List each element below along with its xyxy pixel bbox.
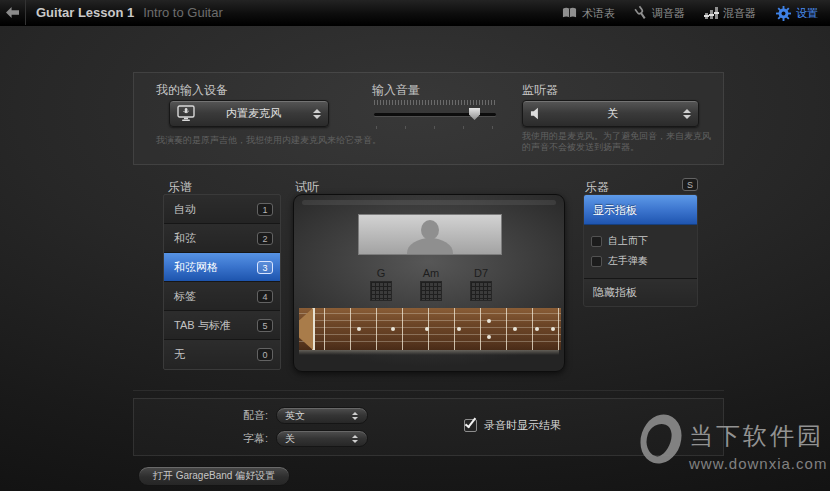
slider-subticks [376,126,498,129]
slider-thumb[interactable] [469,108,480,120]
subtitles-label: 字幕: [234,431,268,446]
mixer-icon [705,7,718,19]
mixer-label: 混音器 [723,6,756,21]
person-silhouette-icon [421,220,439,240]
key-badge: 4 [257,290,273,303]
back-button[interactable] [0,0,26,25]
item-label: 无 [174,347,185,362]
dropdown-arrows-icon [350,412,359,420]
garageband-lesson-settings-window: Guitar Lesson 1 Intro to Guitar 术语表 调音器 [0,0,830,491]
check-icon [465,416,476,429]
mixer-button[interactable]: 混音器 [705,6,756,21]
notation-item-chords[interactable]: 和弦 2 [164,224,280,253]
item-label: 和弦网格 [174,260,218,275]
notation-item-none[interactable]: 无 0 [164,340,280,369]
chord-grid-icon [420,281,442,301]
glossary-book-icon [562,7,577,19]
option-label: 左手弹奏 [608,254,648,268]
input-volume-label: 输入音量 [372,82,420,99]
record-results-checkbox[interactable] [464,419,477,432]
voiceover-dropdown[interactable]: 英文 [276,407,368,424]
titlebar: Guitar Lesson 1 Intro to Guitar 术语表 调音器 [0,0,830,26]
monitor-dropdown[interactable]: 关 [522,100,699,127]
glossary-label: 术语表 [582,6,615,21]
watermark-site-name: 当下软件园 [689,420,827,452]
toolbar: 术语表 调音器 混音器 [562,0,818,26]
input-device-help: 我演奏的是原声吉他，我想使用内建麦克风来给它录音。 [156,135,416,146]
notation-item-tab[interactable]: 标签 4 [164,282,280,311]
chord-name: D7 [464,267,498,279]
tuner-fork-icon [632,4,650,22]
watermark: 当下软件园 www.downxia.com [641,414,827,472]
back-arrow-icon [5,6,20,19]
key-badge: 0 [257,348,273,361]
notation-item-automatic[interactable]: 自动 1 [164,195,280,224]
option-label: 自上而下 [608,234,648,248]
monitor-label: 监听器 [522,82,558,99]
tuner-button[interactable]: 调音器 [635,6,685,21]
chord-display: D7 [464,267,498,301]
item-label: 自动 [174,202,196,217]
input-device-label: 我的输入设备 [156,82,228,99]
show-fretboard-button[interactable]: 显示指板 [584,195,697,225]
chord-name: Am [414,267,448,279]
instrument-panel: 显示指板 自上而下 左手弹奏 隐藏指板 [583,194,698,307]
open-garageband-preferences-button[interactable]: 打开 GarageBand 偏好设置 [138,466,290,486]
voiceover-label: 配音: [234,408,268,423]
chord-name: G [364,267,398,279]
item-label: 和弦 [174,231,196,246]
fretboard-options: 自上而下 左手弹奏 [584,225,697,279]
slider-ticks [374,100,496,105]
voiceover-value: 英文 [285,409,350,423]
dropdown-arrows-icon [312,109,321,119]
item-label: TAB 与标准 [174,318,231,333]
left-handed-checkbox[interactable] [591,256,602,267]
lesson-title: Guitar Lesson 1 [36,5,134,20]
input-device-dropdown[interactable]: 内置麦克风 [169,100,329,127]
key-badge: 1 [257,203,273,216]
item-label: 标签 [174,289,196,304]
key-badge: 3 [257,261,273,274]
subtitles-value: 关 [285,432,350,446]
teacher-video-placeholder [358,214,502,255]
chord-grid-icon [370,281,392,301]
key-badge: 2 [257,232,273,245]
notation-list: 自动 1 和弦 2 和弦网格 3 标签 4 TAB 与标准 5 无 0 [163,194,281,370]
settings-label: 设置 [796,6,818,21]
notation-item-chord-grids[interactable]: 和弦网格 3 [164,253,280,282]
downxia-logo-icon [634,409,687,469]
notation-item-tab-standard[interactable]: TAB 与标准 5 [164,311,280,340]
dropdown-arrows-icon [682,109,691,119]
monitor-value: 关 [543,106,682,121]
show-results-while-recording[interactable]: 录音时显示结果 [464,418,561,433]
lesson-preview-panel: G Am D7 [293,194,565,372]
instrument-key-badge: S [682,178,698,191]
hide-fretboard-button[interactable]: 隐藏指板 [584,279,697,306]
footer-options-section: 配音: 英文 字幕: 关 录音时显示结果 [133,398,724,456]
section-divider [133,390,724,391]
record-checkbox-label: 录音时显示结果 [484,418,561,433]
chord-display: Am [414,267,448,301]
monitor-help: 我使用的是麦克风。为了避免回音，来自麦克风的声音不会被发送到扬声器。 [522,131,714,153]
preview-gloss [302,200,556,205]
input-setup-section: 我的输入设备 内置麦克风 我演奏的是原声吉他，我想使用内建麦克风来给它录音。 输… [133,72,724,165]
top-down-checkbox[interactable] [591,236,602,247]
key-badge: 5 [257,319,273,332]
settings-button[interactable]: 设置 [776,6,818,21]
guitar-fretboard [299,308,561,350]
option-left-handed[interactable]: 左手弹奏 [591,251,690,271]
glossary-button[interactable]: 术语表 [562,6,615,21]
subtitles-dropdown[interactable]: 关 [276,430,368,447]
input-volume-slider[interactable] [374,100,496,130]
tuner-label: 调音器 [652,6,685,21]
chord-display: G [364,267,398,301]
chord-grid-icon [470,281,492,301]
settings-gear-icon [776,6,791,21]
watermark-site-url: www.downxia.com [689,455,827,472]
lesson-subtitle: Intro to Guitar [143,5,222,20]
dropdown-arrows-icon [350,435,359,443]
builtin-mic-icon [177,105,195,122]
guitar-body-edge [299,350,559,355]
input-device-value: 内置麦克风 [195,106,312,121]
option-top-down[interactable]: 自上而下 [591,231,690,251]
